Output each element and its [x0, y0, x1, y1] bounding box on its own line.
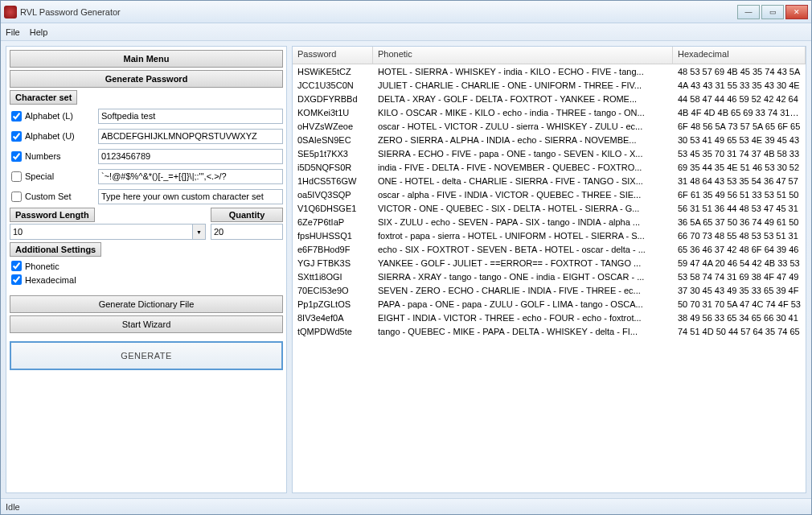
custom-input[interactable] — [98, 189, 283, 204]
table-row[interactable]: V1Q6DHSGE1VICTOR - ONE - QUEBEC - SIX - … — [293, 201, 806, 215]
cell-hex: 6F 61 35 49 56 51 33 53 51 50 — [673, 190, 806, 200]
cell-password: 0SAIeSN9EC — [293, 135, 373, 145]
cell-password: oa5IVQ3SQP — [293, 190, 373, 200]
cell-hex: 69 35 44 35 4E 51 46 53 30 52 — [673, 163, 806, 172]
custom-label: Custom Set — [25, 192, 71, 201]
results-panel: Password Phonetic Hexadecimal HSWiKE5tCZ… — [292, 46, 806, 493]
cell-phonetic: tango - QUEBEC - MIKE - PAPA - DELTA - W… — [373, 327, 673, 336]
table-row[interactable]: 70ECI53e9OSEVEN - ZERO - ECHO - CHARLIE … — [293, 283, 806, 297]
close-button[interactable]: ✕ — [785, 5, 808, 19]
table-row[interactable]: oa5IVQ3SQPoscar - alpha - FIVE - INDIA -… — [293, 187, 806, 201]
numbers-label: Numbers — [25, 151, 61, 161]
custom-checkbox[interactable] — [11, 192, 22, 202]
cell-phonetic: ZERO - SIERRA - ALPHA - INDIA - echo - S… — [373, 135, 673, 145]
cell-hex: 66 70 73 48 55 48 53 53 51 31 — [673, 231, 806, 241]
maximize-button[interactable]: ▭ — [761, 5, 784, 19]
menu-file[interactable]: File — [6, 27, 20, 37]
cell-hex: 48 53 57 69 4B 45 35 74 43 5A — [673, 67, 806, 76]
cell-hex: 30 53 41 49 65 53 4E 39 45 43 — [673, 135, 806, 145]
header-phonetic[interactable]: Phonetic — [373, 47, 673, 64]
table-row[interactable]: 8IV3e4ef0AEIGHT - INDIA - VICTOR - THREE… — [293, 311, 806, 324]
cell-phonetic: KILO - OSCAR - MIKE - KILO - echo - indi… — [373, 108, 673, 117]
alphl-input[interactable] — [98, 109, 283, 124]
cell-hex: 37 30 45 43 49 35 33 65 39 4F — [673, 286, 806, 295]
statusbar: Idle — [1, 498, 811, 514]
cell-hex: 6F 48 56 5A 73 57 5A 65 6F 65 — [673, 122, 806, 131]
cell-password: i5D5NQFS0R — [293, 163, 373, 172]
header-password[interactable]: Password — [293, 47, 373, 64]
cell-password: 70ECI53e9O — [293, 286, 373, 295]
cell-phonetic: EIGHT - INDIA - VICTOR - THREE - echo - … — [373, 313, 673, 323]
cell-password: SE5p1t7KX3 — [293, 149, 373, 159]
table-row[interactable]: JCC1U35C0NJULIET - CHARLIE - CHARLIE - O… — [293, 78, 806, 92]
table-row[interactable]: e6F7BHod9Fecho - SIX - FOXTROT - SEVEN -… — [293, 242, 806, 256]
numbers-checkbox[interactable] — [11, 151, 22, 162]
table-row[interactable]: HSWiKE5tCZHOTEL - SIERRA - WHISKEY - ind… — [293, 64, 806, 78]
table-row[interactable]: i5D5NQFS0Rindia - FIVE - DELTA - FIVE - … — [293, 160, 806, 174]
header-hex[interactable]: Hexadecimal — [673, 47, 806, 64]
table-row[interactable]: YGJ FTBK3SYANKEE - GOLF - JULIET - ==ERR… — [293, 256, 806, 270]
alphl-label: Alphabet (L) — [25, 111, 73, 121]
cell-password: 6Ze7P6tIaP — [293, 217, 373, 227]
table-row[interactable]: SXtt1i8OGISIERRA - XRAY - tango - tango … — [293, 270, 806, 283]
table-row[interactable]: tQMPDWd5tetango - QUEBEC - MIKE - PAPA -… — [293, 324, 806, 338]
main-menu-button[interactable]: Main Menu — [10, 50, 283, 68]
cell-phonetic: oscar - HOTEL - VICTOR - ZULU - sierra -… — [373, 122, 673, 131]
alphl-checkbox[interactable] — [11, 111, 22, 122]
cell-password: fpsHUHSSQ1 — [293, 231, 373, 241]
cell-phonetic: SEVEN - ZERO - ECHO - CHARLIE - INDIA - … — [373, 286, 673, 295]
cell-phonetic: india - FIVE - DELTA - FIVE - NOVEMBER -… — [373, 163, 673, 172]
qty-input[interactable] — [211, 224, 283, 240]
table-row[interactable]: 1HdCS5T6GWONE - HOTEL - delta - CHARLIE … — [293, 174, 806, 187]
cell-hex: 53 58 74 74 31 69 38 4F 47 49 — [673, 272, 806, 282]
table-body[interactable]: HSWiKE5tCZHOTEL - SIERRA - WHISKEY - ind… — [293, 64, 806, 492]
cell-phonetic: YANKEE - GOLF - JULIET - ==ERROR== - FOX… — [373, 258, 673, 268]
minimize-button[interactable]: — — [737, 5, 760, 19]
table-row[interactable]: SE5p1t7KX3SIERRA - ECHO - FIVE - papa - … — [293, 146, 806, 160]
cell-password: oHVZsWZeoe — [293, 122, 373, 131]
left-panel: Main Menu Generate Password Character se… — [6, 46, 287, 493]
cell-phonetic: SIERRA - ECHO - FIVE - papa - ONE - tang… — [373, 149, 673, 159]
cell-password: 8IV3e4ef0A — [293, 313, 373, 323]
start-wizard-button[interactable]: Start Wizard — [10, 315, 283, 333]
pwlen-dropdown[interactable]: ▼ — [193, 224, 206, 240]
window-title: RVL Password Generator — [20, 7, 737, 17]
table-row[interactable]: DXGDFYRBBdDELTA - XRAY - GOLF - DELTA - … — [293, 92, 806, 105]
special-input[interactable] — [98, 169, 283, 184]
pwlen-title: Password Length — [10, 208, 95, 222]
cell-phonetic: VICTOR - ONE - QUEBEC - SIX - DELTA - HO… — [373, 204, 673, 213]
hex-checkbox[interactable] — [11, 274, 22, 285]
table-row[interactable]: 0SAIeSN9ECZERO - SIERRA - ALPHA - INDIA … — [293, 133, 806, 146]
cell-phonetic: DELTA - XRAY - GOLF - DELTA - FOXTROT - … — [373, 94, 673, 104]
cell-phonetic: echo - SIX - FOXTROT - SEVEN - BETA - HO… — [373, 245, 673, 254]
phonetic-label: Phonetic — [25, 262, 59, 271]
table-row[interactable]: 6Ze7P6tIaPSIX - ZULU - echo - SEVEN - PA… — [293, 215, 806, 229]
numbers-input[interactable] — [98, 149, 283, 164]
status-text: Idle — [6, 502, 20, 512]
cell-phonetic: ONE - HOTEL - delta - CHARLIE - SIERRA -… — [373, 176, 673, 186]
table-row[interactable]: Pp1pZGLtOSPAPA - papa - ONE - papa - ZUL… — [293, 297, 806, 311]
cell-hex: 31 48 64 43 53 35 54 36 47 57 — [673, 176, 806, 186]
gen-dict-button[interactable]: Generate Dictionary File — [10, 295, 283, 313]
special-label: Special — [25, 171, 54, 181]
menu-help[interactable]: Help — [30, 27, 48, 37]
table-row[interactable]: KOMKei3t1UKILO - OSCAR - MIKE - KILO - e… — [293, 105, 806, 119]
alphu-checkbox[interactable] — [11, 131, 22, 142]
cell-phonetic: JULIET - CHARLIE - CHARLIE - ONE - UNIFO… — [373, 80, 673, 90]
cell-hex: 4B 4F 4D 4B 65 69 33 74 31 55 — [673, 108, 806, 117]
qty-title: Quantity — [211, 208, 283, 222]
phonetic-checkbox[interactable] — [11, 261, 22, 271]
alphu-input[interactable] — [98, 129, 283, 144]
titlebar[interactable]: RVL Password Generator — ▭ ✕ — [1, 1, 811, 23]
app-window: RVL Password Generator — ▭ ✕ File Help M… — [0, 0, 812, 515]
generate-button[interactable]: GENERATE — [10, 341, 283, 370]
cell-password: YGJ FTBK3S — [293, 258, 373, 268]
generate-password-button[interactable]: Generate Password — [10, 70, 283, 88]
cell-password: 1HdCS5T6GW — [293, 176, 373, 186]
table-row[interactable]: oHVZsWZeoeoscar - HOTEL - VICTOR - ZULU … — [293, 119, 806, 133]
special-checkbox[interactable] — [11, 171, 22, 182]
pwlen-input[interactable] — [10, 224, 193, 240]
charset-row-alphl: Alphabet (L) — [10, 107, 283, 125]
table-row[interactable]: fpsHUHSSQ1foxtrot - papa - sierra - HOTE… — [293, 229, 806, 242]
charset-row-custom: Custom Set — [10, 187, 283, 205]
